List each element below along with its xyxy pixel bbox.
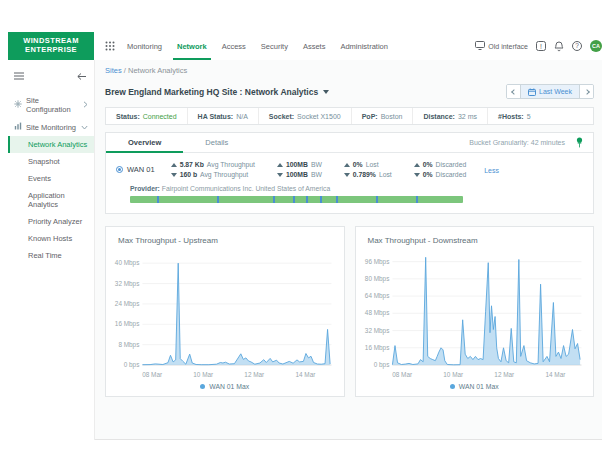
monitor-icon: [475, 41, 485, 51]
status-cell-distance: Distance: 32 ms: [413, 108, 488, 124]
less-link[interactable]: Less: [484, 167, 499, 174]
tab-details[interactable]: Details: [183, 133, 250, 152]
overview-tabs: Overview Details Bucket Granularity: 42 …: [106, 133, 593, 153]
chart-legend-upstream[interactable]: WAN 01 Max: [114, 383, 336, 390]
nav-access[interactable]: Access: [222, 32, 246, 60]
svg-text:16 Mbps: 16 Mbps: [364, 344, 389, 352]
chart-card-downstream: Max Throughput - Downstream 96 Mbps80 Mb…: [355, 226, 595, 397]
time-range-control: Last Week: [506, 84, 594, 99]
collapse-arrow-icon[interactable]: [77, 66, 86, 84]
logo-line2: ENTERPRISE: [25, 46, 77, 55]
tab-overview[interactable]: Overview: [106, 133, 183, 152]
svg-text:48 Mbps: 48 Mbps: [364, 309, 389, 317]
old-interface-label: Old interface: [488, 43, 528, 50]
svg-text:16 Mbps: 16 Mbps: [115, 320, 140, 328]
arrow-up-icon: [344, 163, 350, 167]
sidebar-item-application-analytics[interactable]: Application Analytics: [8, 187, 94, 213]
notifications-bell-icon[interactable]: [554, 41, 564, 52]
svg-text:64 Mbps: 64 Mbps: [364, 292, 389, 300]
svg-text:12 Mar: 12 Mar: [244, 371, 264, 378]
sidebar-item-site-monitoring[interactable]: Site Monitoring: [8, 118, 94, 136]
nav-network[interactable]: Network: [177, 32, 207, 60]
sidebar-item-snapshot[interactable]: Snapshot: [8, 153, 94, 170]
arrow-down-icon: [414, 173, 420, 177]
breadcrumb-separator: /: [124, 66, 126, 75]
radio-icon: [116, 166, 123, 173]
apps-grid-icon[interactable]: [105, 41, 115, 51]
chart-title-downstream: Max Throughput - Downstream: [368, 236, 586, 245]
old-interface-button[interactable]: Old interface: [475, 41, 528, 51]
status-value-connected: Connected: [143, 113, 177, 120]
svg-text:8 Mbps: 8 Mbps: [118, 341, 139, 349]
nav-monitoring[interactable]: Monitoring: [127, 32, 162, 60]
calendar-icon: [528, 88, 536, 96]
help-icon[interactable]: ?: [572, 41, 582, 51]
sidebar-item-network-analytics[interactable]: Network Analytics: [8, 136, 94, 153]
arrow-down-icon: [277, 173, 283, 177]
stat-lost: 0% Lost 0.789% Lost: [344, 161, 392, 178]
legend-dot-icon: [450, 384, 455, 389]
svg-text:14 Mar: 14 Mar: [545, 371, 565, 378]
sidebar-item-known-hosts[interactable]: Known Hosts: [8, 230, 94, 247]
breadcrumb-current: Network Analytics: [128, 66, 187, 75]
sidebar-item-events[interactable]: Events: [8, 170, 94, 187]
top-bar: WINDSTREAM ENTERPRISE Monitoring Network…: [8, 32, 602, 60]
svg-text:96 Mbps: 96 Mbps: [364, 258, 389, 266]
svg-text:08 Mar: 08 Mar: [392, 371, 412, 378]
chevron-down-icon: [81, 123, 88, 132]
sidebar-item-real-time[interactable]: Real Time: [8, 247, 94, 264]
status-cell-socket: Socket: Socket X1500: [259, 108, 352, 124]
chart-legend-downstream[interactable]: WAN 01 Max: [364, 383, 586, 390]
nav-assets[interactable]: Assets: [303, 32, 326, 60]
chart-title-upstream: Max Throughput - Upstream: [118, 236, 336, 245]
breadcrumb: Sites / Network Analytics: [105, 66, 594, 75]
arrow-down-icon: [171, 173, 177, 177]
hamburger-menu-icon[interactable]: [14, 66, 24, 84]
svg-text:10 Mar: 10 Mar: [443, 371, 463, 378]
chart-plot-upstream[interactable]: 40 Mbps32 Mbps24 Mbps16 Mbps8 Mbps0 bps0…: [114, 245, 336, 381]
title-caret-icon[interactable]: [323, 90, 329, 94]
svg-text:24 Mbps: 24 Mbps: [115, 300, 140, 308]
range-selector-button[interactable]: Last Week: [520, 85, 580, 98]
status-cell-hosts: #Hosts: 5: [488, 108, 541, 124]
wan-stats-row: WAN 01 5.87 Kb Avg Throughput 160 b: [106, 153, 593, 180]
svg-text:10 Mar: 10 Mar: [193, 371, 213, 378]
sidebar-item-priority-analyzer[interactable]: Priority Analyzer: [8, 213, 94, 230]
svg-text:0 bps: 0 bps: [373, 361, 389, 369]
svg-text:40 Mbps: 40 Mbps: [115, 259, 140, 267]
gear-icon: [14, 100, 22, 110]
nav-security[interactable]: Security: [261, 32, 288, 60]
charts-row: Max Throughput - Upstream 40 Mbps32 Mbps…: [105, 226, 594, 397]
stat-discarded: 0% Discarded 0% Discarded: [414, 161, 466, 178]
chart-plot-downstream[interactable]: 96 Mbps80 Mbps64 Mbps48 Mbps32 Mbps16 Mb…: [364, 245, 586, 381]
svg-text:14 Mar: 14 Mar: [295, 371, 315, 378]
main-content: Sites / Network Analytics Brew England M…: [95, 60, 602, 440]
wan-stats: 5.87 Kb Avg Throughput 160 b Avg Through…: [171, 161, 467, 178]
range-next-button[interactable]: [580, 85, 593, 98]
app-window: WINDSTREAM ENTERPRISE Monitoring Network…: [8, 32, 602, 440]
status-cell-status: Status: Connected: [106, 108, 188, 124]
topbar-right: Old interface ! ? CA: [475, 40, 602, 52]
svg-text:0 bps: 0 bps: [124, 361, 140, 369]
availability-bar[interactable]: [130, 196, 463, 203]
pin-icon[interactable]: [575, 137, 584, 148]
sidebar-item-site-configuration[interactable]: Site Configuration: [8, 92, 94, 118]
status-cell-pop: PoP: Boston: [352, 108, 414, 124]
chevron-right-icon: [83, 101, 88, 110]
wan-radio-option[interactable]: WAN 01: [116, 165, 155, 174]
sidebar-label-site-monitoring: Site Monitoring: [26, 123, 76, 132]
chart-card-upstream: Max Throughput - Upstream 40 Mbps32 Mbps…: [105, 226, 345, 397]
svg-text:!: !: [540, 43, 542, 50]
user-avatar[interactable]: CA: [590, 40, 602, 52]
arrow-up-icon: [171, 163, 177, 167]
svg-text:12 Mar: 12 Mar: [494, 371, 514, 378]
release-notes-icon[interactable]: !: [536, 41, 546, 51]
sidebar: Site Configuration Site Monitoring Netwo…: [8, 60, 95, 440]
breadcrumb-sites-link[interactable]: Sites: [105, 66, 122, 75]
bucket-granularity-label: Bucket Granularity: 42 minutes: [469, 139, 565, 146]
monitoring-chart-icon: [14, 122, 22, 132]
svg-text:08 Mar: 08 Mar: [142, 371, 162, 378]
arrow-up-icon: [414, 163, 420, 167]
nav-administration[interactable]: Administration: [340, 32, 388, 60]
range-prev-button[interactable]: [507, 85, 520, 98]
